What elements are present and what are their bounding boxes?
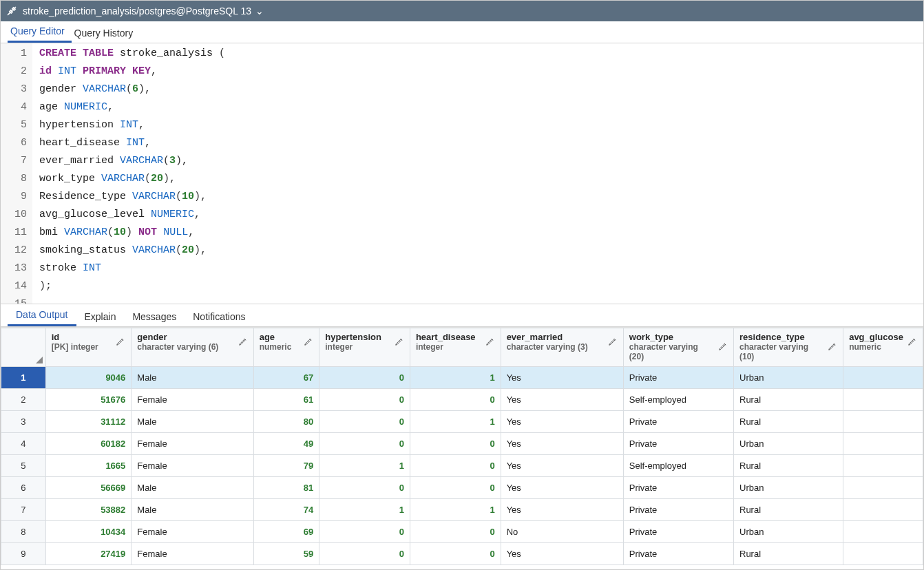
pencil-icon[interactable] (608, 337, 618, 348)
data-cell[interactable]: 0 (319, 476, 410, 498)
row-number-cell[interactable]: 5 (1, 454, 46, 476)
row-number-cell[interactable]: 7 (1, 498, 46, 520)
data-cell[interactable]: Private (623, 520, 733, 542)
code-line[interactable]: Residence_type VARCHAR(10), (39, 188, 225, 206)
data-cell[interactable]: Male (132, 476, 253, 498)
data-cell[interactable]: 0 (410, 542, 501, 564)
editor-tab[interactable]: Query History (72, 23, 140, 43)
code-line[interactable]: stroke INT (39, 260, 225, 277)
data-cell[interactable]: Private (623, 410, 733, 432)
data-cell[interactable]: Female (132, 388, 253, 410)
data-cell[interactable]: 1 (319, 454, 410, 476)
code-line[interactable]: work_type VARCHAR(20), (39, 170, 225, 188)
data-cell[interactable]: Private (623, 366, 733, 388)
row-number-cell[interactable]: 4 (1, 432, 46, 454)
data-cell[interactable]: 0 (319, 366, 410, 388)
pencil-icon[interactable] (907, 337, 917, 348)
pencil-icon[interactable] (485, 337, 495, 348)
data-cell[interactable]: Female (132, 520, 253, 542)
data-cell[interactable]: 0 (319, 410, 410, 432)
data-cell[interactable] (843, 476, 923, 498)
column-header[interactable]: agenumeric (253, 328, 319, 367)
data-cell[interactable]: Rural (734, 388, 843, 410)
data-cell[interactable]: Self-employed (623, 454, 733, 476)
data-cell[interactable]: 49 (253, 432, 319, 454)
output-tab[interactable]: Notifications (185, 307, 253, 326)
table-row[interactable]: 753882Male7411YesPrivateRural (1, 498, 923, 520)
code-line[interactable]: avg_glucose_level NUMERIC, (39, 206, 225, 224)
data-cell[interactable]: 56669 (45, 476, 132, 498)
code-line[interactable]: hypertension INT, (39, 116, 225, 134)
data-cell[interactable]: 0 (410, 454, 501, 476)
data-cell[interactable]: 0 (410, 520, 501, 542)
data-cell[interactable]: Yes (501, 476, 623, 498)
select-all-corner-icon[interactable] (36, 357, 43, 363)
pencil-icon[interactable] (304, 337, 313, 348)
data-cell[interactable]: Yes (501, 366, 623, 388)
data-cell[interactable]: Urban (734, 366, 843, 388)
table-row[interactable]: 810434Female6900NoPrivateUrban (1, 520, 923, 542)
data-cell[interactable]: 0 (410, 476, 501, 498)
data-cell[interactable]: Yes (501, 388, 623, 410)
data-cell[interactable]: 0 (410, 432, 501, 454)
row-number-cell[interactable]: 9 (1, 542, 46, 564)
code-line[interactable]: heart_disease INT, (39, 134, 225, 152)
table-row[interactable]: 251676Female6100YesSelf-employedRural (1, 388, 923, 410)
table-row[interactable]: 51665Female7910YesSelf-employedRural (1, 454, 923, 476)
data-cell[interactable]: 0 (319, 520, 410, 542)
data-cell[interactable]: Urban (734, 432, 843, 454)
data-cell[interactable]: Yes (501, 432, 623, 454)
sql-editor[interactable]: 123456789101112131415 CREATE TABLE strok… (1, 43, 923, 304)
data-cell[interactable]: 59 (253, 542, 319, 564)
column-header[interactable]: hypertensioninteger (319, 328, 410, 367)
data-cell[interactable] (843, 410, 923, 432)
code-line[interactable]: smoking_status VARCHAR(20), (39, 242, 225, 260)
data-cell[interactable]: Rural (734, 498, 843, 520)
code-line[interactable]: CREATE TABLE stroke_analysis ( (39, 45, 225, 63)
data-cell[interactable]: Yes (501, 498, 623, 520)
data-cell[interactable]: Female (132, 432, 253, 454)
data-cell[interactable]: 60182 (45, 432, 132, 454)
output-tab[interactable]: Messages (124, 307, 185, 326)
data-cell[interactable]: 1 (410, 366, 501, 388)
data-cell[interactable]: Urban (734, 476, 843, 498)
code-line[interactable]: bmi VARCHAR(10) NOT NULL, (39, 224, 225, 242)
data-cell[interactable] (843, 454, 923, 476)
data-cell[interactable] (843, 388, 923, 410)
data-cell[interactable]: Female (132, 454, 253, 476)
data-cell[interactable]: Self-employed (623, 388, 733, 410)
pencil-icon[interactable] (238, 337, 248, 348)
data-output-panel[interactable]: id[PK] integergendercharacter varying (6… (1, 327, 923, 569)
table-row[interactable]: 656669Male8100YesPrivateUrban (1, 476, 923, 498)
table-row[interactable]: 460182Female4900YesPrivateUrban (1, 432, 923, 454)
data-cell[interactable] (843, 542, 923, 564)
data-cell[interactable]: Male (132, 366, 253, 388)
data-cell[interactable]: Female (132, 542, 253, 564)
code-area[interactable]: CREATE TABLE stroke_analysis (id INT PRI… (32, 43, 225, 304)
data-cell[interactable] (843, 498, 923, 520)
data-cell[interactable]: Private (623, 432, 733, 454)
data-cell[interactable] (843, 520, 923, 542)
code-line[interactable]: ever_married VARCHAR(3), (39, 152, 225, 170)
data-cell[interactable]: 1 (410, 498, 501, 520)
data-cell[interactable]: Rural (734, 410, 843, 432)
column-header[interactable]: id[PK] integer (45, 328, 132, 367)
output-tab[interactable]: Explain (76, 307, 125, 326)
data-cell[interactable]: 81 (253, 476, 319, 498)
data-cell[interactable]: 1665 (45, 454, 132, 476)
code-line[interactable]: gender VARCHAR(6), (39, 81, 225, 98)
data-cell[interactable]: Yes (501, 454, 623, 476)
data-cell[interactable]: 79 (253, 454, 319, 476)
row-number-cell[interactable]: 2 (1, 388, 46, 410)
row-number-cell[interactable]: 8 (1, 520, 46, 542)
data-cell[interactable]: Urban (734, 520, 843, 542)
data-cell[interactable]: 61 (253, 388, 319, 410)
code-line[interactable]: ); (39, 277, 225, 295)
column-header[interactable]: residence_typecharacter varying (10) (734, 328, 843, 367)
data-cell[interactable]: 10434 (45, 520, 132, 542)
data-cell[interactable]: Male (132, 498, 253, 520)
row-number-cell[interactable]: 6 (1, 476, 46, 498)
output-tab[interactable]: Data Output (8, 305, 76, 326)
row-number-header[interactable] (1, 328, 46, 367)
column-header[interactable]: ever_marriedcharacter varying (3) (501, 328, 623, 367)
